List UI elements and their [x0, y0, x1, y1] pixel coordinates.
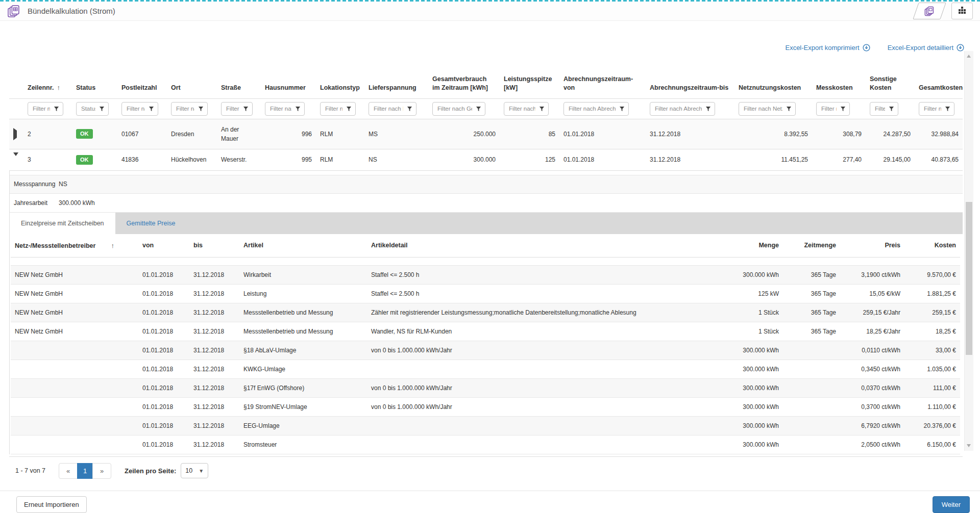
- funnel-icon[interactable]: [99, 106, 105, 112]
- page-1-button[interactable]: 1: [77, 463, 93, 479]
- filter-input-abrechnung-von[interactable]: [568, 105, 617, 112]
- col-sonstige-kosten[interactable]: Sonstige Kosten: [866, 55, 915, 98]
- col-kosten[interactable]: Kosten: [904, 234, 960, 258]
- col-von[interactable]: von: [138, 234, 189, 258]
- col-zeilennr[interactable]: Zeilennr.↑: [23, 55, 72, 98]
- filter-input-sonstige-kosten[interactable]: [874, 105, 886, 112]
- funnel-icon[interactable]: [346, 106, 352, 112]
- price-row[interactable]: 01.01.201831.12.2018KWKG-Umlage300.000 k…: [11, 360, 960, 379]
- cell-bis: 31.12.2018: [189, 322, 239, 341]
- tab-einzelpreise[interactable]: Einzelpreise mit Zeitscheiben: [10, 213, 115, 234]
- price-row[interactable]: NEW Netz GmbH01.01.201831.12.2018Leistun…: [11, 285, 960, 303]
- col-status[interactable]: Status: [72, 55, 117, 98]
- funnel-icon[interactable]: [295, 106, 301, 112]
- chart-view-button[interactable]: [951, 3, 973, 19]
- filter-input-leistungsspitze[interactable]: [508, 105, 536, 112]
- cell-artikel: Wirkarbeit: [239, 266, 367, 285]
- status-badge: OK: [76, 129, 93, 139]
- col-postleitzahl[interactable]: Postleitzahl: [117, 55, 167, 98]
- col-lieferspannung[interactable]: Lieferspannung: [364, 55, 428, 98]
- col-artikel[interactable]: Artikel: [239, 234, 367, 258]
- col-zeitmenge[interactable]: Zeitmenge: [783, 234, 840, 258]
- filter-input-lieferspannung[interactable]: [373, 105, 404, 112]
- funnel-icon[interactable]: [786, 106, 792, 112]
- funnel-icon[interactable]: [889, 106, 894, 112]
- col-betreiber[interactable]: Netz-/Messstellenbetreiber↑: [11, 234, 138, 258]
- prev-page-button[interactable]: «: [59, 463, 78, 479]
- funnel-icon[interactable]: [705, 106, 711, 112]
- grid-row-3[interactable]: 3 OK 41836 Hückelhoven Weserstr. 995 RLM…: [9, 149, 963, 170]
- col-abrechnungszeitraum-bis[interactable]: Abrechnungszeitraum-bis: [646, 55, 734, 98]
- cell-bis: 31.12.2018: [189, 417, 239, 435]
- funnel-icon[interactable]: [198, 106, 204, 112]
- cell-zeitmenge: 365 Tage: [783, 322, 840, 341]
- funnel-icon[interactable]: [476, 106, 481, 112]
- cell-sonstige-kosten: 29.145,00: [866, 149, 915, 170]
- filter-input-messkosten[interactable]: [820, 105, 838, 112]
- scroll-down-icon[interactable]: [967, 444, 971, 447]
- filter-input-status[interactable]: [80, 105, 96, 112]
- filter-input-strasse[interactable]: [225, 105, 240, 112]
- col-hausnummer[interactable]: Hausnummer: [261, 55, 316, 98]
- price-row[interactable]: 01.01.201831.12.2018Stromsteuer300.000 k…: [11, 435, 960, 454]
- price-row[interactable]: 01.01.201831.12.2018§18 AbLaV-Umlagevon …: [11, 341, 960, 360]
- page-range-label: 1 - 7 von 7: [15, 467, 45, 474]
- funnel-icon[interactable]: [54, 106, 59, 112]
- filter-input-netznutzungskosten[interactable]: [743, 105, 783, 112]
- col-netznutzungskosten[interactable]: Netznutzungskosten: [734, 55, 812, 98]
- col-bis[interactable]: bis: [189, 234, 239, 258]
- view-toggle-documents-button[interactable]: [913, 3, 946, 19]
- excel-export-compressed-label: Excel-Export komprimiert: [785, 44, 859, 52]
- cell-zeilennr: 2: [23, 119, 72, 149]
- price-row[interactable]: 01.01.201831.12.2018§17f EnWG (Offshore)…: [11, 379, 960, 398]
- col-abrechnungszeitraum-von[interactable]: Abrechnungszeitraum-von: [559, 55, 646, 98]
- funnel-icon[interactable]: [840, 106, 846, 112]
- col-lokationstyp[interactable]: Lokationstyp: [316, 55, 364, 98]
- col-messkosten[interactable]: Messkosten: [812, 55, 866, 98]
- rows-per-page-select[interactable]: 10 ▼: [181, 463, 208, 478]
- filter-input-lokationstyp[interactable]: [324, 105, 344, 112]
- filter-input-ort[interactable]: [175, 105, 195, 112]
- col-artikeldetail[interactable]: Artikeldetail: [367, 234, 673, 258]
- scroll-up-icon[interactable]: [967, 55, 971, 58]
- filter-input-gesamtkosten[interactable]: [923, 105, 942, 112]
- col-ort[interactable]: Ort: [167, 55, 217, 98]
- price-row[interactable]: NEW Netz GmbH01.01.201831.12.2018Messste…: [11, 303, 960, 322]
- messspannung-value: NS: [59, 181, 67, 188]
- funnel-icon[interactable]: [619, 106, 625, 112]
- col-strasse[interactable]: Straße: [217, 55, 261, 98]
- filter-input-gesamtverbrauch[interactable]: [436, 105, 473, 112]
- funnel-icon[interactable]: [407, 106, 412, 112]
- vertical-scrollbar[interactable]: [964, 51, 973, 451]
- cell-menge: 300.000 kWh: [673, 398, 783, 417]
- col-gesamtverbrauch[interactable]: Gesamtverbrauch im Zeitraum [kWh]: [428, 55, 500, 98]
- price-row[interactable]: 01.01.201831.12.2018EEG-Umlage300.000 kW…: [11, 417, 960, 435]
- tab-gemittelte-preise[interactable]: Gemittelte Preise: [115, 213, 187, 234]
- col-leistungsspitze[interactable]: Leistungsspitze [kW]: [500, 55, 559, 98]
- price-row[interactable]: NEW Netz GmbH01.01.201831.12.2018Messste…: [11, 322, 960, 341]
- filter-input-postleitzahl[interactable]: [126, 105, 146, 112]
- collapse-row-icon[interactable]: [13, 152, 18, 163]
- price-row[interactable]: 01.01.201831.12.2018§19 StromNEV-Umlagev…: [11, 398, 960, 417]
- excel-export-compressed-link[interactable]: Excel-Export komprimiert: [785, 44, 870, 52]
- col-gesamtkosten[interactable]: Gesamtkosten: [915, 55, 963, 98]
- expand-row-icon[interactable]: [13, 128, 17, 140]
- price-row[interactable]: NEW Netz GmbH01.01.201831.12.2018Wirkarb…: [11, 266, 960, 285]
- grid-row-2[interactable]: 2 OK 01067 Dresden An der Mauer 996 RLM …: [9, 119, 963, 149]
- funnel-icon[interactable]: [539, 106, 545, 112]
- col-preis[interactable]: Preis: [840, 234, 904, 258]
- filter-input-abrechnung-bis[interactable]: [654, 105, 703, 112]
- scrollbar-thumb[interactable]: [966, 202, 972, 355]
- filter-input-hausnummer[interactable]: [269, 105, 292, 112]
- funnel-icon[interactable]: [149, 106, 154, 112]
- excel-export-detailed-link[interactable]: Excel-Export detailliert: [888, 44, 964, 52]
- col-menge[interactable]: Menge: [673, 234, 783, 258]
- filter-input-zeilennr[interactable]: [32, 105, 51, 112]
- reimport-button[interactable]: Erneut Importieren: [16, 496, 87, 513]
- grid-filter-row: [9, 98, 963, 119]
- funnel-icon[interactable]: [945, 106, 950, 112]
- next-page-button[interactable]: »: [92, 463, 111, 479]
- funnel-icon[interactable]: [243, 106, 249, 112]
- download-circle-icon: [863, 44, 870, 52]
- weiter-button[interactable]: Weiter: [933, 496, 970, 513]
